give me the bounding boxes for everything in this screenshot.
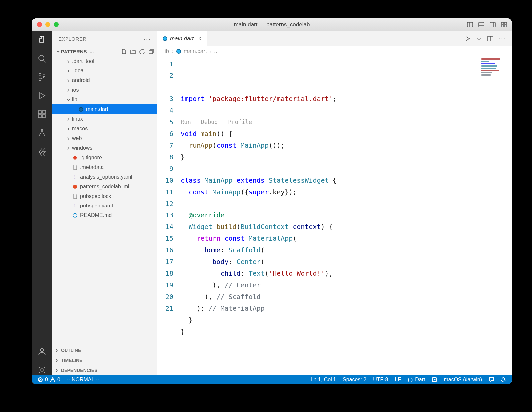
chevron-right-icon — [66, 117, 71, 121]
status-feedback[interactable] — [486, 375, 497, 384]
folder-row[interactable]: web — [52, 133, 157, 143]
status-encoding[interactable]: UTF-8 — [370, 375, 391, 384]
toggle-panel-icon[interactable] — [478, 21, 485, 28]
editor-more-icon[interactable]: ··· — [498, 35, 506, 42]
status-eol[interactable]: LF — [392, 375, 404, 384]
folder-row[interactable]: windows — [52, 143, 157, 153]
dart-file-icon — [79, 107, 83, 112]
status-language[interactable]: Dart — [405, 375, 428, 384]
explorer-more-icon[interactable]: ··· — [143, 35, 151, 43]
dependencies-section[interactable]: DEPENDENCIES — [52, 365, 157, 375]
toggle-secondary-sidebar-icon[interactable] — [489, 21, 496, 28]
code-content[interactable]: import 'package:flutter/material.dart'; … — [181, 56, 512, 375]
collapse-all-icon[interactable] — [148, 49, 154, 54]
file-row[interactable]: !pubspec.yaml — [52, 201, 157, 210]
file-row[interactable]: pubspec.lock — [52, 191, 157, 201]
close-window-button[interactable] — [37, 22, 42, 27]
file-row[interactable]: patterns_codelab.iml — [52, 182, 157, 191]
svg-point-14 — [43, 75, 45, 77]
refresh-icon[interactable] — [139, 49, 145, 54]
activity-debug[interactable] — [37, 91, 47, 101]
breadcrumb-segment[interactable]: main.dart — [184, 48, 207, 55]
activity-extensions[interactable] — [37, 109, 47, 119]
chevron-right-icon — [56, 356, 61, 364]
activity-account[interactable] — [37, 346, 47, 356]
activity-search[interactable] — [37, 54, 47, 64]
tree-item-label: ios — [72, 87, 79, 93]
tree-item-label: pubspec.lock — [80, 193, 111, 199]
close-tab-icon[interactable]: × — [198, 35, 201, 42]
layout-grid-icon[interactable] — [501, 21, 507, 28]
svg-rect-18 — [42, 115, 45, 118]
file-row[interactable]: !analysis_options.yaml — [52, 172, 157, 182]
line-gutter: 12 3456789101112131415161718192021 — [157, 56, 181, 375]
outline-section[interactable]: OUTLINE — [52, 345, 157, 355]
breadcrumb[interactable]: lib › main.dart › ... — [157, 46, 512, 56]
files-icon — [37, 35, 47, 45]
tree-item-label: lib — [72, 97, 77, 103]
breadcrumb-segment[interactable]: ... — [214, 48, 219, 55]
chevron-right-icon — [66, 146, 71, 150]
status-target-device[interactable]: macOS (darwin) — [441, 375, 485, 384]
tree-item-label: .idea — [72, 68, 84, 74]
tree-item-label: main.dart — [86, 106, 108, 112]
activity-explorer[interactable] — [37, 35, 47, 45]
tab-main-dart[interactable]: main.dart × — [157, 31, 207, 46]
status-problems[interactable]: 0 0 — [35, 375, 63, 384]
minimize-window-button[interactable] — [45, 22, 50, 27]
file-row[interactable]: .metadata — [52, 162, 157, 172]
svg-line-11 — [43, 60, 46, 62]
folder-row[interactable]: .idea — [52, 66, 157, 75]
folder-row[interactable]: .dart_tool — [52, 56, 157, 66]
status-notifications[interactable] — [498, 375, 509, 384]
folder-row[interactable]: linux — [52, 114, 157, 124]
folder-row[interactable]: macos — [52, 124, 157, 133]
timeline-section[interactable]: TIMELINE — [52, 355, 157, 365]
titlebar: main.dart — patterns_codelab — [32, 18, 512, 31]
run-debug-icon[interactable] — [465, 35, 471, 42]
breadcrumb-segment[interactable]: lib — [163, 48, 169, 55]
activity-settings[interactable] — [37, 365, 47, 375]
folder-row[interactable]: android — [52, 75, 157, 85]
folder-row[interactable]: ios — [52, 85, 157, 95]
chevron-right-icon — [66, 78, 71, 83]
extensions-icon — [37, 110, 47, 119]
file-row[interactable]: .gitignore — [52, 153, 157, 162]
svg-marker-15 — [40, 93, 45, 99]
svg-rect-2 — [479, 22, 484, 27]
project-name: PATTERNS_... — [61, 49, 94, 54]
file-row[interactable]: README.md — [52, 210, 157, 220]
explorer-title: EXPLORER — [58, 36, 87, 42]
braces-icon — [408, 377, 413, 382]
new-folder-icon[interactable] — [130, 49, 136, 54]
project-header[interactable]: PATTERNS_... — [52, 46, 157, 56]
code-editor[interactable]: 12 3456789101112131415161718192021 impor… — [157, 56, 512, 375]
flutter-icon — [37, 147, 47, 156]
file-row[interactable]: main.dart — [52, 104, 157, 114]
activity-source-control[interactable] — [37, 72, 47, 82]
status-vim-mode[interactable]: -- NORMAL -- — [64, 375, 102, 384]
svg-point-21 — [41, 369, 43, 371]
warning-icon — [50, 377, 55, 382]
new-file-icon[interactable] — [121, 49, 127, 54]
svg-rect-19 — [43, 110, 46, 113]
folder-row[interactable]: lib — [52, 95, 157, 104]
status-devtools[interactable] — [429, 375, 440, 384]
activity-testing[interactable] — [37, 128, 47, 138]
status-cursor[interactable]: Ln 1, Col 1 — [308, 375, 339, 384]
status-spaces[interactable]: Spaces: 2 — [340, 375, 369, 384]
titlebar-layout-icons — [467, 21, 507, 28]
maximize-window-button[interactable] — [54, 22, 59, 27]
minimap[interactable] — [481, 58, 508, 88]
activity-flutter[interactable] — [37, 147, 47, 157]
split-editor-icon[interactable] — [487, 35, 494, 42]
svg-rect-22 — [149, 51, 153, 54]
toggle-sidebar-icon[interactable] — [467, 21, 473, 28]
file-icon: ! — [72, 174, 78, 180]
codelens[interactable]: Run | Debug | Profile — [181, 116, 512, 128]
play-bug-icon — [37, 91, 47, 100]
svg-point-12 — [39, 73, 41, 75]
editor-actions: ··· — [465, 31, 512, 46]
tree-item-label: patterns_codelab.iml — [80, 184, 129, 190]
chevron-down-icon[interactable] — [476, 35, 482, 42]
